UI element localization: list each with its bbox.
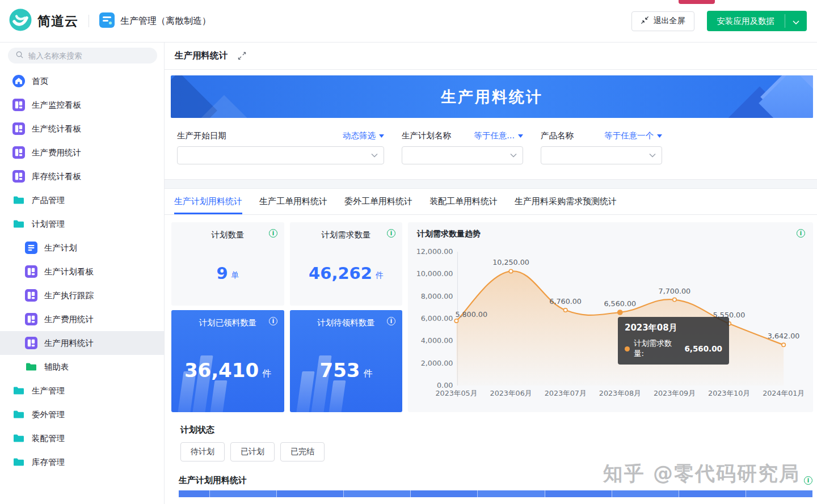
current-app[interactable]: 生产管理（离散制造） <box>99 12 211 30</box>
sidebar-item-production-material-stats[interactable]: 生产用料统计 <box>0 331 164 355</box>
sidebar-item-plan-management[interactable]: 计划管理 <box>0 212 164 236</box>
search-input[interactable] <box>28 51 150 60</box>
sidebar-item-label: 首页 <box>32 76 48 87</box>
sidebar-item-assembly-management[interactable]: 装配管理 <box>0 426 164 450</box>
folder-icon <box>12 432 25 444</box>
sidebar-item-outsourcing-management[interactable]: 委外管理 <box>0 403 164 426</box>
svg-text:10,250.00: 10,250.00 <box>492 259 529 267</box>
plan-status-option[interactable]: 已完结 <box>280 442 325 461</box>
sidebar-item-label: 委外管理 <box>32 409 65 420</box>
sidebar-item-label: 生产统计看板 <box>32 124 81 134</box>
expand-fullscreen-icon[interactable] <box>238 52 246 60</box>
trend-chart-svg: 0.002,000.004,000.006,000.008,000.0010,0… <box>408 222 813 412</box>
svg-text:10,000.00: 10,000.00 <box>416 269 453 278</box>
tooltip-title: 2023年08月 <box>625 323 722 333</box>
info-icon[interactable]: i <box>387 229 395 238</box>
svg-text:6,000.00: 6,000.00 <box>421 314 453 323</box>
filter-select[interactable] <box>177 146 384 164</box>
chart-info-icon[interactable]: i <box>797 229 805 238</box>
brand-name: 简道云 <box>37 12 78 30</box>
svg-text:2024年01月: 2024年01月 <box>763 389 805 397</box>
install-dropdown-button[interactable] <box>785 11 807 31</box>
tab-outsourcing-order-material-stats[interactable]: 委外工单用料统计 <box>344 189 412 214</box>
plan-status-option[interactable]: 已计划 <box>230 442 275 461</box>
sidebar-item-home[interactable]: 首页 <box>0 69 164 93</box>
table-header-cell <box>679 490 746 497</box>
dashboard-icon <box>25 313 37 325</box>
dashboard-icon <box>12 99 25 111</box>
sidebar-item-production-execution-tracking[interactable]: 生产执行跟踪 <box>0 283 164 307</box>
tab-assembly-order-material-stats[interactable]: 装配工单用料统计 <box>429 189 498 214</box>
svg-text:6,760.00: 6,760.00 <box>549 297 582 306</box>
table-header-cell <box>210 490 277 497</box>
svg-text:12,000.00: 12,000.00 <box>416 247 453 256</box>
dashboard-icon <box>12 146 25 159</box>
filter-operator[interactable]: 等于任意一个 <box>604 130 662 141</box>
app-icon <box>99 12 115 30</box>
sidebar-item-production-plan[interactable]: 生产计划 <box>0 236 164 260</box>
svg-text:0.00: 0.00 <box>437 381 453 389</box>
page-banner: 生产用料统计 <box>171 75 813 118</box>
stat-card-value: 9 <box>216 264 228 283</box>
sidebar-item-product-management[interactable]: 产品管理 <box>0 188 164 212</box>
exit-fullscreen-button[interactable]: 退出全屏 <box>631 11 694 31</box>
trend-chart-panel: 计划需求数量趋势 i 0.002,000.004,000.006,000.008… <box>408 222 813 412</box>
svg-text:5,800.00: 5,800.00 <box>455 310 487 319</box>
filter-operator[interactable]: 动态筛选 <box>343 130 384 141</box>
svg-text:2023年08月: 2023年08月 <box>599 389 641 397</box>
info-icon[interactable]: i <box>269 317 277 325</box>
exit-fullscreen-label: 退出全屏 <box>654 16 685 26</box>
sidebar-item-label: 生产管理 <box>32 386 65 396</box>
sidebar-search[interactable] <box>8 48 157 63</box>
sidebar-item-label: 生产计划 <box>44 243 77 253</box>
sidebar-item-production-cost-stats[interactable]: 生产费用统计 <box>0 141 164 164</box>
sidebar-item-label: 生产计划看板 <box>44 266 94 277</box>
info-icon[interactable]: i <box>269 229 277 238</box>
main-titlebar: 生产用料统计 <box>165 43 817 70</box>
sidebar-item-inventory-management[interactable]: 库存管理 <box>0 450 164 474</box>
info-icon[interactable]: i <box>387 317 395 325</box>
filter-select[interactable] <box>402 146 523 164</box>
sidebar-item-production-monitor-board[interactable]: 生产监控看板 <box>0 93 164 117</box>
sidebar-item-label: 库存管理 <box>32 457 65 468</box>
plan-status-label: 计划状态 <box>180 425 812 435</box>
svg-text:4,000.00: 4,000.00 <box>421 336 453 345</box>
svg-text:3,642.00: 3,642.00 <box>768 332 800 340</box>
plan-status-option[interactable]: 待计划 <box>180 442 225 461</box>
filter-operator[interactable]: 等于任意... <box>474 130 523 141</box>
sidebar-item-label: 计划管理 <box>32 219 65 230</box>
install-app-button[interactable]: 安装应用及数据 <box>707 11 785 31</box>
sidebar-item-production-cost-stats-sub[interactable]: 生产费用统计 <box>0 307 164 331</box>
header-divider <box>89 15 89 27</box>
svg-text:6,560.00: 6,560.00 <box>604 299 636 308</box>
brand[interactable]: 简道云 <box>9 9 78 33</box>
tab-work-order-material-stats[interactable]: 生产工单用料统计 <box>259 189 327 214</box>
svg-text:2023年06月: 2023年06月 <box>490 389 532 397</box>
sidebar-item-production-plan-board[interactable]: 生产计划看板 <box>0 260 164 283</box>
sidebar-item-inventory-stats-board[interactable]: 库存统计看板 <box>0 164 164 188</box>
chevron-down-icon <box>793 16 799 27</box>
stat-card-title: 计划数量 <box>212 230 245 240</box>
sidebar-item-production-management[interactable]: 生产管理 <box>0 379 164 403</box>
tab-bar: 生产计划用料统计生产工单用料统计委外工单用料统计装配工单用料统计生产用料采购需求… <box>165 189 817 215</box>
stat-card-plan-count: 计划数量i9单 <box>171 222 284 306</box>
watermark: 知乎 @零代码研究局 <box>603 460 800 487</box>
svg-text:2023年10月: 2023年10月 <box>708 389 750 397</box>
filter-select[interactable] <box>541 146 662 164</box>
sidebar-item-label: 产品管理 <box>32 195 65 206</box>
table-header-cell <box>179 490 210 497</box>
banner-title: 生产用料统计 <box>441 87 543 107</box>
stat-card-unit: 件 <box>262 361 271 380</box>
chart-title: 计划需求数量趋势 <box>417 229 481 239</box>
stat-card-unit: 件 <box>376 265 384 281</box>
install-app-button-group: 安装应用及数据 <box>707 11 807 31</box>
sidebar-item-auxiliary-tables[interactable]: 辅助表 <box>0 355 164 379</box>
tab-plan-material-stats[interactable]: 生产计划用料统计 <box>174 189 242 214</box>
table-info-icon[interactable]: i <box>804 476 812 485</box>
sidebar-item-production-stats-board[interactable]: 生产统计看板 <box>0 117 164 141</box>
folder-icon <box>12 194 25 206</box>
filter-production-plan-name: 生产计划名称等于任意... <box>402 130 523 164</box>
chart-tooltip: 2023年08月 计划需求数量: 6,560.00 <box>618 317 729 365</box>
stat-card-unit: 单 <box>231 265 239 281</box>
tab-purchase-demand-forecast-stats[interactable]: 生产用料采购需求预测统计 <box>515 189 617 214</box>
